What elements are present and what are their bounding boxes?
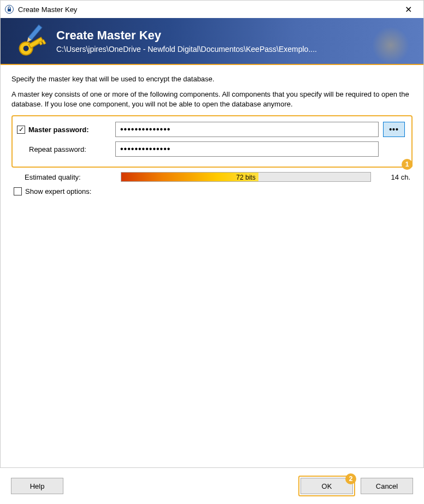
quality-label: Estimated quality: (25, 173, 81, 181)
master-password-input[interactable] (115, 122, 379, 137)
intro-paragraph: A master key consists of one or more of … (11, 90, 413, 109)
reveal-password-button[interactable]: ••• (383, 122, 405, 137)
master-password-checkbox[interactable]: ✓ (17, 126, 25, 134)
footer: Help OK 2 Cancel (0, 467, 424, 504)
expert-options-checkbox[interactable] (14, 187, 22, 195)
content: Specify the master key that will be used… (1, 65, 423, 201)
password-section-highlight: ✓ Master password: ••• Repeat password: … (11, 115, 413, 168)
svg-rect-0 (8, 9, 11, 11)
banner: Create Master Key C:\Users\jpires\OneDri… (1, 18, 423, 65)
key-pencil-icon (11, 23, 46, 60)
repeat-password-input[interactable] (115, 141, 379, 157)
window-title: Create Master Key (18, 5, 397, 14)
expert-options-label: Show expert options: (25, 187, 91, 195)
titlebar: Create Master Key ✕ (1, 1, 423, 18)
banner-path: C:\Users\jpires\OneDrive - Newfold Digit… (56, 45, 317, 54)
intro-line: Specify the master key that will be used… (11, 75, 413, 83)
char-count: 14 ch. (380, 173, 413, 181)
repeat-password-label: Repeat password: (29, 145, 86, 153)
close-icon[interactable]: ✕ (397, 4, 419, 15)
banner-title: Create Master Key (56, 28, 317, 43)
lock-icon (5, 5, 14, 14)
master-password-label: Master password: (28, 126, 89, 134)
quality-value: 72 bits (121, 173, 370, 182)
ok-button-highlight: OK 2 (298, 476, 355, 496)
help-button[interactable]: Help (11, 478, 63, 494)
callout-badge-1: 1 (402, 159, 413, 170)
quality-bar: 72 bits (121, 172, 371, 182)
banner-text: Create Master Key C:\Users\jpires\OneDri… (56, 28, 317, 54)
cancel-button[interactable]: Cancel (361, 478, 413, 494)
callout-badge-2: 2 (345, 473, 356, 484)
